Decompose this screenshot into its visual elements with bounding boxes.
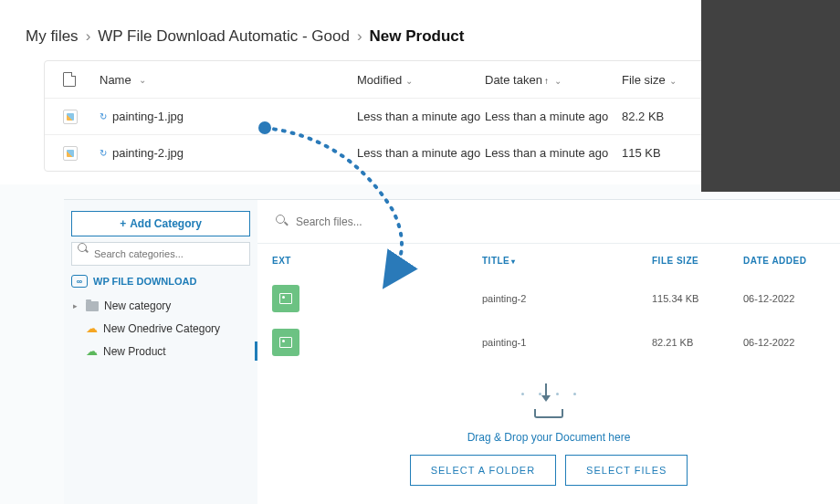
image-thumbnail-icon: [63, 110, 78, 124]
tree-item-label: New category: [104, 299, 171, 312]
search-categories-input[interactable]: [71, 242, 250, 266]
column-header-ext[interactable]: EXT: [272, 256, 482, 266]
chevron-right-icon: ›: [86, 27, 91, 46]
cell-size: 115 KB: [622, 146, 704, 160]
table-row[interactable]: ↻painting-2.jpg Less than a minute ago L…: [45, 134, 722, 171]
wp-file-table: EXT TITLE▾ FILE SIZE DATE ADDED painting…: [257, 244, 840, 374]
cell-date: 06-12-2022: [743, 293, 825, 304]
column-header-name[interactable]: Name⌄: [100, 73, 357, 87]
file-name: painting-1.jpg: [112, 110, 184, 123]
chevron-right-icon: ›: [357, 27, 362, 46]
tree-item-onedrive[interactable]: ☁ New Onedrive Category: [71, 317, 250, 340]
cell-modified: Less than a minute ago: [357, 146, 485, 160]
upload-icon: [521, 383, 576, 420]
cell-size: 115.34 KB: [652, 293, 743, 304]
cell-date-taken: Less than a minute ago: [485, 146, 622, 160]
tree-item-label: New Onedrive Category: [103, 322, 220, 335]
cell-size: 82.21 KB: [652, 337, 743, 348]
cell-date-taken: Less than a minute ago: [485, 110, 622, 123]
sort-icon: ▾: [511, 257, 516, 266]
search-icon: [276, 215, 285, 224]
breadcrumb-seg-myfiles[interactable]: My files: [26, 27, 79, 46]
column-header-date-taken[interactable]: Date taken↑⌄: [485, 73, 622, 87]
cell-title: painting-1: [482, 337, 652, 348]
category-tree: ▸ New category ☁ New Onedrive Category ☁…: [71, 295, 250, 362]
cell-modified: Less than a minute ago: [357, 110, 485, 123]
drop-zone[interactable]: Drag & Drop your Document here SELECT A …: [257, 374, 840, 504]
chevron-down-icon: ⌄: [669, 76, 677, 86]
tree-item-new-product[interactable]: ☁ New Product: [71, 340, 250, 362]
table-row[interactable]: painting-2 115.34 KB 06-12-2022: [257, 277, 840, 320]
column-header-date[interactable]: DATE ADDED: [743, 256, 825, 266]
onedrive-file-table: Name⌄ Modified⌄ Date taken↑⌄ File size⌄ …: [44, 60, 723, 172]
jpg-badge-icon: [272, 285, 299, 312]
column-header-size[interactable]: FILE SIZE: [652, 256, 743, 266]
table-row[interactable]: ↻painting-1.jpg Less than a minute ago L…: [45, 98, 722, 134]
cell-title: painting-2: [482, 293, 652, 304]
plus-icon: +: [120, 217, 126, 230]
drop-zone-text: Drag & Drop your Document here: [276, 431, 822, 444]
breadcrumb-seg-current: New Product: [370, 27, 465, 46]
dark-side-panel: [701, 0, 840, 192]
cell-size: 82.2 KB: [622, 110, 704, 123]
column-header-file-size[interactable]: File size⌄: [622, 73, 704, 87]
table-row[interactable]: painting-1 82.21 KB 06-12-2022: [257, 320, 840, 364]
select-files-button[interactable]: SELECT FILES: [565, 455, 688, 486]
expand-icon[interactable]: ▸: [73, 301, 80, 310]
jpg-badge-icon: [272, 329, 299, 356]
cloud-icon: ☁: [86, 321, 98, 335]
file-name: painting-2.jpg: [112, 146, 184, 160]
search-files-input[interactable]: [272, 209, 825, 235]
chevron-down-icon: ⌄: [405, 76, 413, 86]
folder-icon: [86, 301, 99, 311]
sort-ascending-icon: ↑: [544, 76, 549, 86]
brand-icon: ∞: [71, 275, 88, 288]
image-thumbnail-icon: [63, 146, 78, 161]
file-icon: [63, 72, 76, 87]
file-main-panel: EXT TITLE▾ FILE SIZE DATE ADDED painting…: [257, 200, 840, 504]
select-folder-button[interactable]: SELECT A FOLDER: [410, 455, 556, 486]
column-header-title[interactable]: TITLE▾: [482, 256, 652, 266]
sync-icon: ↻: [100, 111, 107, 121]
table-header-row: EXT TITLE▾ FILE SIZE DATE ADDED: [257, 244, 840, 277]
table-header-row: Name⌄ Modified⌄ Date taken↑⌄ File size⌄: [45, 61, 722, 98]
chevron-down-icon: ⌄: [554, 76, 562, 86]
sync-icon: ↻: [100, 148, 107, 158]
category-sidebar: +Add Category ∞ WP FILE DOWNLOAD ▸ New c…: [64, 200, 257, 504]
breadcrumb: My files › WP File Download Automatic - …: [26, 27, 814, 46]
add-category-button[interactable]: +Add Category: [71, 211, 250, 236]
brand-label: ∞ WP FILE DOWNLOAD: [71, 275, 250, 288]
cloud-icon: ☁: [86, 344, 98, 358]
tree-item-new-category[interactable]: ▸ New category: [71, 295, 250, 317]
breadcrumb-seg-folder[interactable]: WP File Download Automatic - Good: [98, 27, 350, 46]
tree-item-label: New Product: [103, 345, 166, 358]
cell-date: 06-12-2022: [743, 337, 825, 348]
chevron-down-icon: ⌄: [139, 75, 146, 85]
column-header-modified[interactable]: Modified⌄: [357, 73, 485, 87]
